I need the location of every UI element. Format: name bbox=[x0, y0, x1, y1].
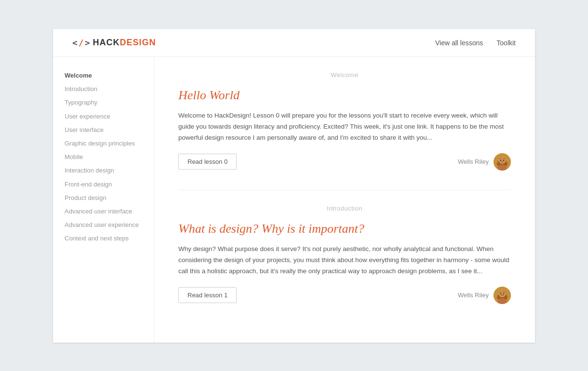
divider-0 bbox=[178, 190, 511, 190]
sidebar-item-introduction[interactable]: Introduction bbox=[65, 85, 142, 93]
sidebar-item-graphic-design-principles[interactable]: Graphic design principles bbox=[65, 139, 142, 148]
sidebar-item-welcome[interactable]: Welcome bbox=[65, 71, 142, 80]
logo-bracket-left: < bbox=[72, 38, 78, 48]
section-label-1: Introduction bbox=[178, 205, 511, 212]
sidebar-item-user-experience[interactable]: User experience bbox=[65, 112, 142, 121]
main-content: Welcome Hello World Welcome to HackDesig… bbox=[154, 57, 535, 343]
lesson-footer-0: Read lesson 0 Wells Riley bbox=[178, 153, 511, 171]
author-name-1: Wells Riley bbox=[458, 292, 489, 299]
page-container: < / > HACKDESIGN View all lessons Toolki… bbox=[53, 29, 535, 343]
sidebar-item-context-and-next-steps[interactable]: Context and next steps bbox=[65, 234, 142, 243]
author-name-0: Wells Riley bbox=[458, 158, 489, 165]
lesson-excerpt-1: Why design? What purpose does it serve? … bbox=[178, 244, 511, 277]
author-info-1: Wells Riley bbox=[458, 287, 511, 304]
header-nav: View all lessons Toolkit bbox=[435, 39, 516, 47]
svg-point-5 bbox=[503, 160, 504, 161]
section-label-0: Welcome bbox=[178, 71, 511, 79]
avatar-1 bbox=[494, 287, 511, 304]
read-lesson-1-button[interactable]: Read lesson 1 bbox=[178, 287, 237, 303]
lesson-card-1: What is design? Why is it important? Why… bbox=[178, 222, 511, 304]
sidebar-item-product-design[interactable]: Product design bbox=[65, 194, 142, 202]
sidebar-item-interaction-design[interactable]: Interaction design bbox=[65, 166, 142, 175]
svg-point-13 bbox=[497, 298, 507, 304]
logo-design: DESIGN bbox=[120, 38, 156, 47]
svg-point-12 bbox=[503, 293, 504, 294]
svg-point-11 bbox=[500, 293, 501, 294]
lesson-excerpt-0: Welcome to HackDesign! Lesson 0 will pre… bbox=[178, 110, 511, 144]
svg-point-4 bbox=[500, 160, 501, 161]
avatar-0 bbox=[494, 153, 511, 171]
header: < / > HACKDESIGN View all lessons Toolki… bbox=[53, 29, 535, 57]
sidebar: Welcome Introduction Typography User exp… bbox=[53, 57, 154, 343]
read-lesson-0-button[interactable]: Read lesson 0 bbox=[178, 154, 237, 170]
lesson-card-0: Hello World Welcome to HackDesign! Lesso… bbox=[178, 88, 511, 171]
lesson-title-1: What is design? Why is it important? bbox=[178, 222, 511, 236]
view-all-lessons-link[interactable]: View all lessons bbox=[435, 39, 483, 47]
logo-slash: / bbox=[79, 38, 84, 48]
sidebar-item-front-end-design[interactable]: Front-end design bbox=[65, 180, 142, 189]
lesson-title-0: Hello World bbox=[178, 88, 511, 103]
toolkit-link[interactable]: Toolkit bbox=[496, 39, 516, 47]
svg-point-6 bbox=[497, 165, 507, 171]
logo[interactable]: < / > HACKDESIGN bbox=[72, 38, 156, 48]
sidebar-item-user-interface[interactable]: User interface bbox=[65, 126, 142, 134]
sidebar-item-mobile[interactable]: Mobile bbox=[65, 153, 142, 161]
author-info-0: Wells Riley bbox=[458, 153, 511, 171]
body-layout: Welcome Introduction Typography User exp… bbox=[53, 57, 535, 343]
logo-text: HACKDESIGN bbox=[93, 38, 156, 48]
sidebar-item-advanced-user-experience[interactable]: Advanced user experience bbox=[65, 221, 142, 229]
sidebar-item-advanced-user-interface[interactable]: Advanced user interface bbox=[65, 207, 142, 216]
logo-icon: < / > bbox=[72, 38, 90, 48]
lesson-footer-1: Read lesson 1 Wells Riley bbox=[178, 287, 511, 304]
sidebar-item-typography[interactable]: Typography bbox=[65, 98, 142, 107]
logo-hack: HACK bbox=[93, 38, 120, 47]
logo-bracket-right: > bbox=[85, 38, 90, 48]
